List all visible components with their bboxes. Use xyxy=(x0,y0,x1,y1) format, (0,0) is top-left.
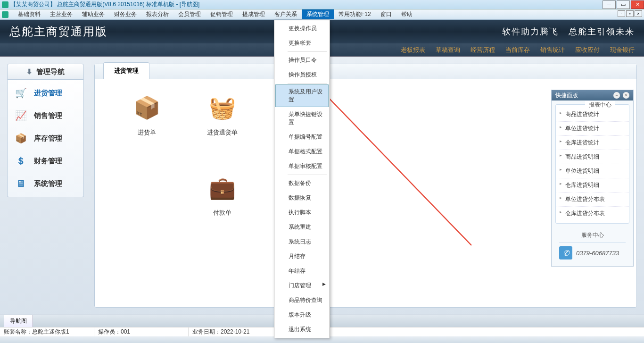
report-item-5[interactable]: 仓库进货明细 xyxy=(556,178,629,192)
menu-7[interactable]: 提成管理 xyxy=(238,9,270,19)
phone-icon: ✆ xyxy=(559,246,572,259)
sidebar-item-2[interactable]: 📦库存管理 xyxy=(8,127,83,150)
dd-item-17[interactable]: 商品特价查询 xyxy=(275,293,329,308)
module-2[interactable]: 💼付款单 xyxy=(184,174,260,254)
secnav-link-0[interactable]: 老板报表 xyxy=(401,46,425,54)
menu-12[interactable]: 帮助 xyxy=(396,9,417,19)
maximize-button[interactable]: ▭ xyxy=(617,0,630,9)
dd-item-19[interactable]: 退出系统 xyxy=(275,322,329,337)
report-item-0[interactable]: 商品进货统计 xyxy=(556,108,629,122)
module-icon-0: 📦 xyxy=(132,93,161,122)
dd-item-9[interactable]: 数据备份 xyxy=(275,176,329,191)
menu-divider xyxy=(288,51,327,52)
status-date: 业务日期：2022-10-21 xyxy=(189,327,283,337)
sidebar-icon-2: 📦 xyxy=(14,133,27,144)
dd-item-15[interactable]: 年结存 xyxy=(275,264,329,278)
menubar: 基础资料主营业务辅助业务财务业务报表分析会员管理促销管理提成管理客户关系系统管理… xyxy=(0,9,644,20)
mdi-close-button[interactable]: × xyxy=(635,10,642,17)
dd-item-6[interactable]: 单据编号配置 xyxy=(275,130,329,144)
sidebar-icon-4: 🖥 xyxy=(14,178,27,189)
sidebar-item-3[interactable]: ＄财务管理 xyxy=(8,150,83,172)
menu-6[interactable]: 促销管理 xyxy=(206,9,238,19)
menu-9[interactable]: 系统管理 xyxy=(302,9,334,19)
dd-item-10[interactable]: 数据恢复 xyxy=(275,191,329,205)
service-center: 服务中心 ✆ 0379-60687733 xyxy=(555,228,629,262)
report-center-group: 报表中心 商品进货统计单位进货统计仓库进货统计商品进货明细单位进货明细仓库进货明… xyxy=(555,104,629,224)
titlebar: 【某某商贸公司】 总舵主商贸通用版(V8.6 20151016) 标准单机版 -… xyxy=(0,0,644,9)
sidebar-item-1[interactable]: 📈销售管理 xyxy=(8,104,83,127)
dd-item-16[interactable]: 门店管理 xyxy=(275,278,329,293)
report-item-7[interactable]: 仓库进货分布表 xyxy=(556,207,629,220)
report-item-3[interactable]: 商品进货明细 xyxy=(556,150,629,164)
module-icon-1: 🧺 xyxy=(208,93,236,122)
sidebar-icon-3: ＄ xyxy=(14,155,27,167)
tab-strip: 进货管理 xyxy=(95,64,636,79)
dd-item-1[interactable]: 更换帐套 xyxy=(275,36,329,50)
sidebar: ⬇ 管理导航 🛒进货管理📈销售管理📦库存管理＄财务管理🖥系统管理 xyxy=(7,64,84,197)
module-icon-2: 💼 xyxy=(208,174,236,202)
minimize-button[interactable]: ─ xyxy=(603,0,616,9)
sidebar-item-0[interactable]: 🛒进货管理 xyxy=(8,82,83,104)
menu-0[interactable]: 基础资料 xyxy=(13,9,45,19)
quick-panel-header: 快捷面版 − × xyxy=(552,90,633,100)
dd-item-4[interactable]: 系统及用户设置 xyxy=(275,84,329,107)
secnav-link-6[interactable]: 现金银行 xyxy=(610,46,635,54)
module-1[interactable]: 🧺进货退货单 xyxy=(184,93,260,174)
mdi-controls: - ▫ × xyxy=(618,10,642,17)
qp-body: 报表中心 商品进货统计单位进货统计仓库进货统计商品进货明细单位进货明细仓库进货明… xyxy=(552,100,633,266)
dd-item-8[interactable]: 单据审核配置 xyxy=(275,159,329,174)
sidebar-icon-0: 🛒 xyxy=(14,87,27,99)
qp-close-button[interactable]: × xyxy=(623,92,629,99)
menu-3[interactable]: 财务业务 xyxy=(109,9,141,19)
menu-8[interactable]: 客户关系 xyxy=(270,9,302,19)
report-item-4[interactable]: 单位进货明细 xyxy=(556,164,629,178)
dd-item-7[interactable]: 单据格式配置 xyxy=(275,144,329,159)
secnav-link-4[interactable]: 销售统计 xyxy=(540,46,565,54)
menu-divider xyxy=(288,175,327,175)
dd-item-18[interactable]: 版本升级 xyxy=(275,308,329,322)
app-icon-small xyxy=(2,11,8,18)
menu-1[interactable]: 主营业务 xyxy=(45,9,77,19)
sidebar-icon-1: 📈 xyxy=(14,110,27,121)
close-button[interactable]: ✕ xyxy=(631,0,644,9)
dd-item-2[interactable]: 操作员口令 xyxy=(275,53,329,67)
qp-minimize-button[interactable]: − xyxy=(613,92,620,99)
mdi-restore-button[interactable]: ▫ xyxy=(626,10,634,17)
dd-item-12[interactable]: 系统重建 xyxy=(275,220,329,234)
menu-10[interactable]: 常用功能F12 xyxy=(334,9,376,19)
tab-purchase[interactable]: 进货管理 xyxy=(103,62,149,79)
dd-item-3[interactable]: 操作员授权 xyxy=(275,67,329,82)
sidebar-item-4[interactable]: 🖥系统管理 xyxy=(8,172,83,195)
status-account: 账套名称：总舵主迷你版1 xyxy=(0,327,94,337)
module-0[interactable]: 📦进货单 xyxy=(109,93,184,174)
app-icon xyxy=(2,1,8,8)
secnav-link-3[interactable]: 当前库存 xyxy=(505,46,530,54)
sidebar-body: 🛒进货管理📈销售管理📦库存管理＄财务管理🖥系统管理 xyxy=(7,80,84,197)
mdi-min-button[interactable]: - xyxy=(618,10,625,17)
menu-5[interactable]: 会员管理 xyxy=(173,9,206,19)
dd-item-5[interactable]: 菜单快捷键设置 xyxy=(275,107,329,130)
report-item-6[interactable]: 单位进货分布表 xyxy=(556,192,629,207)
window-title: 【某某商贸公司】 总舵主商贸通用版(V8.6 20151016) 标准单机版 -… xyxy=(10,0,602,8)
menu-divider xyxy=(288,83,327,84)
bottom-tab-nav[interactable]: 导航图 xyxy=(4,315,33,327)
menu-2[interactable]: 辅助业务 xyxy=(77,9,109,19)
dd-item-11[interactable]: 执行脚本 xyxy=(275,205,329,220)
secnav-link-2[interactable]: 经营历程 xyxy=(471,46,495,54)
secnav-link-1[interactable]: 草稿查询 xyxy=(436,46,460,54)
dd-item-13[interactable]: 系统日志 xyxy=(275,234,329,249)
window-controls: ─ ▭ ✕ xyxy=(602,0,644,9)
menu-4[interactable]: 报表分析 xyxy=(141,9,173,19)
sidebar-header: ⬇ 管理导航 xyxy=(7,64,84,80)
status-operator: 操作员：001 xyxy=(94,327,189,337)
system-menu-dropdown: 更换操作员更换帐套操作员口令操作员授权系统及用户设置菜单快捷键设置单据编号配置单… xyxy=(274,20,330,338)
quick-panel: 快捷面版 − × 报表中心 商品进货统计单位进货统计仓库进货统计商品进货明细单位… xyxy=(551,90,634,267)
banner-title: 总舵主商贸通用版 xyxy=(9,24,502,39)
menu-11[interactable]: 窗口 xyxy=(376,9,396,19)
dd-item-14[interactable]: 月结存 xyxy=(275,249,329,264)
service-phone: ✆ 0379-60687733 xyxy=(559,246,626,259)
report-item-2[interactable]: 仓库进货统计 xyxy=(556,136,629,150)
report-item-1[interactable]: 单位进货统计 xyxy=(556,122,629,136)
dd-item-0[interactable]: 更换操作员 xyxy=(275,21,329,36)
secnav-link-5[interactable]: 应收应付 xyxy=(575,46,600,54)
